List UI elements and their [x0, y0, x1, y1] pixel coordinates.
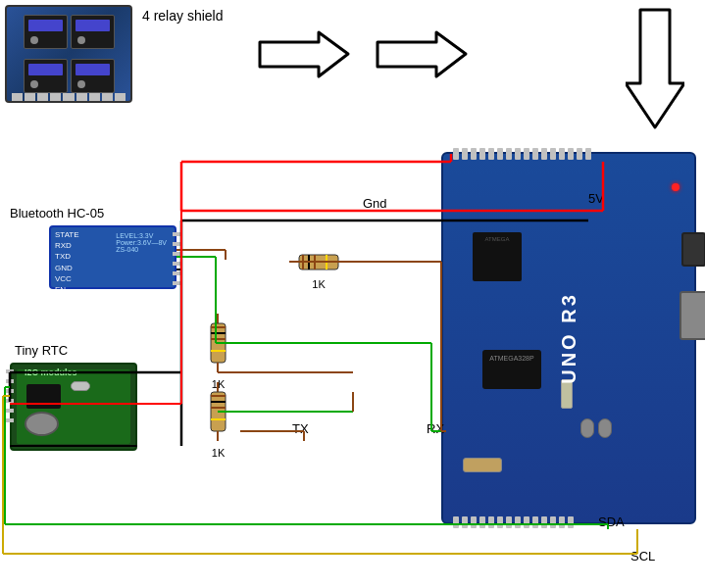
- arduino-led-red: [672, 183, 680, 191]
- rx-label: RX: [427, 421, 444, 436]
- rtc-i2c-label: I2C modules: [25, 368, 77, 377]
- scl-label: SCL: [630, 549, 655, 564]
- vcc-label: 5V: [588, 191, 604, 206]
- arrow-right-2: [373, 27, 471, 85]
- svg-marker-0: [260, 32, 348, 76]
- relay-block-2: [71, 15, 115, 49]
- relay-block-4: [71, 59, 115, 93]
- arduino-capacitor-2: [598, 418, 612, 438]
- rtc-chip: [26, 384, 61, 409]
- arrow-right-1: [255, 27, 353, 85]
- arduino-capacitor-1: [580, 418, 594, 438]
- arduino-board: ATMEGA ATMEGA328P UNO R3: [441, 152, 696, 524]
- svg-rect-18: [211, 392, 226, 431]
- bluetooth-pins: [173, 232, 180, 285]
- arduino-usb-port: [680, 291, 705, 340]
- relay-block-1: [24, 15, 68, 49]
- bluetooth-module: STATERXDTXDGNDVCCEN LEVEL:3.3VPower:3.6V…: [49, 225, 176, 289]
- arduino-main-ic: ATMEGA328P: [482, 350, 541, 389]
- resistor-1k-1: 1K: [289, 250, 348, 290]
- arduino-small-ic: ATMEGA: [473, 232, 522, 281]
- rtc-pins: [6, 369, 14, 422]
- svg-rect-4: [299, 255, 338, 270]
- resistor-1k-2: 1K: [206, 314, 230, 390]
- bluetooth-label: Bluetooth HC-05: [10, 206, 104, 220]
- arduino-board-label: UNO R3: [558, 292, 580, 384]
- rtc-battery: [25, 412, 59, 436]
- rtc-label: Tiny RTC: [15, 343, 68, 358]
- arduino-power-jack: [681, 232, 705, 267]
- relay-shield-image: [5, 5, 132, 103]
- svg-rect-11: [211, 323, 226, 363]
- svg-marker-2: [626, 10, 684, 127]
- rtc-crystal: [71, 381, 90, 391]
- arduino-component: [463, 458, 502, 472]
- diagram-container: 4 relay shield: [0, 0, 705, 588]
- sda-label: SDA: [598, 514, 625, 529]
- relay-shield-label: 4 relay shield: [142, 8, 224, 24]
- relay-block-3: [24, 59, 68, 93]
- svg-marker-1: [378, 32, 466, 76]
- arrow-down: [626, 5, 684, 136]
- tx-label: TX: [292, 421, 309, 436]
- resistor-1k-3: 1K: [206, 382, 230, 459]
- gnd-label: Gnd: [363, 196, 387, 211]
